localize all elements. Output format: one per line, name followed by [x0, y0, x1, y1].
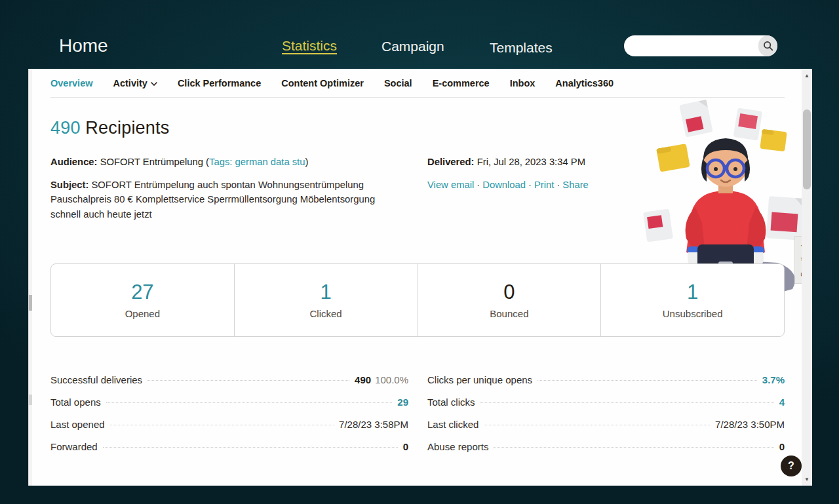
delivered-value: Fri, Jul 28, 2023 3:34 PM [475, 157, 585, 167]
stat-row-forwarded: Forwarded 0 [50, 441, 408, 463]
dotted-leader [480, 402, 774, 403]
stat-row-total-clicks: Total clicks 4 [427, 397, 785, 419]
document-icon [679, 100, 712, 138]
stat-value: 0 [403, 441, 408, 452]
stat-row-total-opens: Total opens 29 [50, 397, 408, 419]
stat-value: 7/28/23 3:58PM [339, 419, 408, 430]
folder-icon [760, 129, 787, 151]
nav-campaign-link[interactable]: Campaign [381, 39, 444, 54]
tab-content-optimizer[interactable]: Content Optimizer [281, 78, 364, 88]
audience-line: Audience: SOFORT Entrümpelung (Tags: ger… [50, 155, 408, 170]
subject-label: Subject: [50, 180, 88, 190]
stat-value-link[interactable]: 4 [779, 397, 785, 408]
opened-count[interactable]: 27 [131, 281, 153, 303]
summary-boxes: 27 Opened 1 Clicked 0 Bounced 1 Unsubscr… [50, 263, 785, 337]
audience-label: Audience: [50, 157, 98, 167]
download-link[interactable]: Download [482, 180, 526, 190]
detailed-stats: Successful deliveries 490100.0% Total op… [50, 374, 785, 463]
stat-label: Clicks per unique opens [427, 374, 532, 385]
search-bar[interactable] [624, 35, 777, 56]
search-input[interactable] [624, 35, 758, 56]
scroll-up-arrow-icon[interactable]: ▲ [802, 70, 812, 81]
document-icon [766, 196, 804, 241]
stat-value: 490 [355, 374, 371, 385]
stat-label: Total clicks [427, 397, 475, 408]
search-button[interactable] [758, 35, 777, 56]
tab-inbox[interactable]: Inbox [510, 78, 536, 88]
audience-tags-link[interactable]: Tags: german data stu [209, 157, 305, 167]
opened-label: Opened [125, 308, 160, 319]
stat-label: Last clicked [427, 419, 478, 430]
bounced-count: 0 [503, 281, 515, 303]
stat-row-successful-deliveries: Successful deliveries 490100.0% [50, 374, 408, 397]
stat-value-link[interactable]: 3.7% [762, 374, 785, 385]
clicked-label: Clicked [310, 308, 342, 319]
dotted-leader [103, 447, 398, 448]
statistics-panel: Overview Activity Click Performance Cont… [28, 69, 811, 486]
stat-suffix: 100.0% [375, 374, 408, 385]
dotted-leader [147, 380, 349, 381]
vertical-scrollbar[interactable]: ▲ ▼ [802, 69, 812, 486]
document-icon [643, 208, 673, 242]
tab-social[interactable]: Social [384, 78, 412, 88]
stat-row-abuse-reports: Abuse reports 0 [427, 441, 785, 463]
audience-close-paren: ) [305, 157, 308, 167]
delivered-label: Delivered: [427, 157, 475, 167]
tab-click-performance[interactable]: Click Performance [178, 78, 261, 88]
left-scrollbar-mark [29, 395, 32, 405]
unsubscribed-box[interactable]: 1 Unsubscribed [600, 264, 784, 336]
search-icon [762, 40, 774, 52]
report-tabbar: Overview Activity Click Performance Cont… [50, 69, 785, 98]
stat-row-last-opened: Last opened 7/28/23 3:58PM [50, 419, 408, 441]
recipient-count: 490 [50, 118, 81, 138]
stat-value: 7/28/23 3:50PM [715, 419, 785, 430]
dotted-leader [494, 447, 773, 448]
stat-value: 0 [779, 441, 785, 452]
tab-ecommerce[interactable]: E-commerce [433, 78, 490, 88]
nav-statistics-link[interactable]: Statistics [282, 38, 337, 54]
unsubscribed-count[interactable]: 1 [687, 281, 698, 303]
subject-value: SOFORT Entrümpelung auch spontan Wohnung… [50, 180, 375, 220]
stat-label: Abuse reports [427, 441, 488, 452]
tab-activity[interactable]: Activity [113, 78, 157, 88]
stat-label: Last opened [50, 419, 105, 430]
stat-row-last-clicked: Last clicked 7/28/23 3:50PM [427, 419, 785, 441]
stat-value-link[interactable]: 29 [397, 397, 408, 408]
document-icon [733, 107, 763, 140]
link-separator: · [474, 180, 482, 190]
view-email-link[interactable]: View email [427, 180, 474, 190]
bounced-box[interactable]: 0 Bounced [418, 264, 601, 336]
clicked-count[interactable]: 1 [321, 281, 332, 303]
link-separator: · [526, 180, 534, 190]
chevron-down-icon [151, 82, 157, 86]
clicked-box[interactable]: 1 Clicked [234, 264, 418, 336]
print-link[interactable]: Print [534, 180, 554, 190]
bounced-label: Bounced [490, 308, 528, 319]
scroll-down-arrow-icon[interactable]: ▼ [802, 474, 812, 484]
tab-activity-label: Activity [113, 78, 147, 88]
left-scrollbar-thumb[interactable] [29, 295, 32, 311]
folder-icon [656, 144, 690, 172]
person-head [701, 138, 750, 193]
tab-analytics360[interactable]: Analytics360 [555, 78, 614, 88]
share-link[interactable]: Share [562, 180, 589, 190]
audience-value: SOFORT Entrümpelung ( [98, 157, 210, 167]
left-scroll-strip [29, 69, 32, 486]
stat-label: Total opens [50, 397, 101, 408]
scrollbar-thumb[interactable] [803, 109, 811, 189]
nav-templates-link[interactable]: Templates [490, 40, 553, 56]
help-button[interactable]: ? [781, 456, 802, 476]
stat-label: Forwarded [50, 441, 98, 452]
stats-column-left: Successful deliveries 490100.0% Total op… [50, 374, 408, 463]
subject-line: Subject: SOFORT Entrümpelung auch sponta… [50, 178, 408, 222]
link-separator: · [554, 180, 562, 190]
opened-box[interactable]: 27 Opened [51, 264, 234, 336]
nav-home-link[interactable]: Home [59, 35, 108, 56]
unsubscribed-label: Unsubscribed [663, 308, 723, 319]
stat-label: Successful deliveries [50, 374, 142, 385]
dotted-leader [106, 402, 393, 403]
help-button-label: ? [788, 460, 794, 472]
dotted-leader [110, 425, 334, 425]
tab-overview[interactable]: Overview [50, 78, 93, 88]
dotted-leader [484, 425, 710, 425]
